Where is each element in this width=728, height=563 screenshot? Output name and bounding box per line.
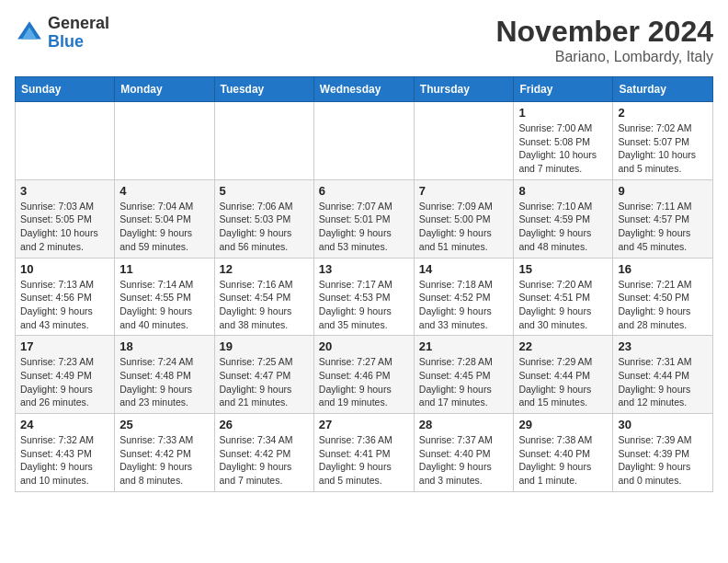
- day-number: 26: [220, 418, 309, 431]
- day-info: Sunrise: 7:32 AMSunset: 4:43 PMDaylight:…: [20, 433, 109, 488]
- day-number: 22: [518, 339, 608, 353]
- day-number: 24: [20, 418, 109, 431]
- day-number: 17: [20, 339, 109, 353]
- calendar-day-cell: [115, 102, 214, 180]
- day-info: Sunrise: 7:28 AMSunset: 4:45 PMDaylight:…: [419, 355, 509, 409]
- day-number: 16: [618, 262, 708, 276]
- calendar-day-cell: 6Sunrise: 7:07 AMSunset: 5:01 PMDaylight…: [313, 179, 414, 258]
- calendar-day-cell: 23Sunrise: 7:31 AMSunset: 4:44 PMDayligh…: [613, 336, 713, 414]
- calendar-day-cell: 30Sunrise: 7:39 AMSunset: 4:39 PMDayligh…: [613, 414, 713, 492]
- day-number: 5: [220, 184, 309, 198]
- logo-text: General Blue: [48, 15, 109, 52]
- day-number: 19: [220, 339, 309, 353]
- calendar-day-cell: 26Sunrise: 7:34 AMSunset: 4:42 PMDayligh…: [214, 414, 313, 492]
- calendar-week-row: 10Sunrise: 7:13 AMSunset: 4:56 PMDayligh…: [16, 258, 713, 336]
- day-number: 25: [119, 418, 209, 431]
- day-info: Sunrise: 7:33 AMSunset: 4:42 PMDaylight:…: [119, 433, 209, 488]
- day-number: 4: [119, 184, 209, 198]
- day-info: Sunrise: 7:10 AMSunset: 4:59 PMDaylight:…: [518, 200, 608, 254]
- day-number: 21: [419, 339, 509, 353]
- calendar-day-cell: 12Sunrise: 7:16 AMSunset: 4:54 PMDayligh…: [214, 258, 313, 336]
- day-number: 3: [20, 184, 109, 198]
- weekday-header: Friday: [514, 77, 613, 102]
- logo-blue: Blue: [48, 32, 84, 51]
- calendar-day-cell: 24Sunrise: 7:32 AMSunset: 4:43 PMDayligh…: [16, 414, 115, 492]
- calendar-day-cell: 22Sunrise: 7:29 AMSunset: 4:44 PMDayligh…: [514, 336, 613, 414]
- day-info: Sunrise: 7:11 AMSunset: 4:57 PMDaylight:…: [618, 200, 708, 254]
- calendar-day-cell: 7Sunrise: 7:09 AMSunset: 5:00 PMDaylight…: [414, 179, 514, 258]
- day-info: Sunrise: 7:16 AMSunset: 4:54 PMDaylight:…: [220, 278, 309, 332]
- calendar-day-cell: 19Sunrise: 7:25 AMSunset: 4:47 PMDayligh…: [214, 336, 313, 414]
- calendar-table: SundayMondayTuesdayWednesdayThursdayFrid…: [15, 76, 713, 492]
- day-number: 1: [518, 106, 608, 120]
- day-number: 18: [119, 339, 209, 353]
- calendar-day-cell: 10Sunrise: 7:13 AMSunset: 4:56 PMDayligh…: [16, 258, 115, 336]
- month-title: November 2024: [495, 15, 713, 49]
- day-info: Sunrise: 7:03 AMSunset: 5:05 PMDaylight:…: [20, 200, 109, 254]
- calendar-day-cell: 11Sunrise: 7:14 AMSunset: 4:55 PMDayligh…: [115, 258, 214, 336]
- day-number: 27: [319, 418, 409, 431]
- day-info: Sunrise: 7:02 AMSunset: 5:07 PMDaylight:…: [618, 121, 708, 176]
- calendar-day-cell: 20Sunrise: 7:27 AMSunset: 4:46 PMDayligh…: [313, 336, 414, 414]
- calendar-day-cell: [16, 102, 115, 180]
- calendar-day-cell: 8Sunrise: 7:10 AMSunset: 4:59 PMDaylight…: [514, 179, 613, 258]
- calendar-day-cell: 27Sunrise: 7:36 AMSunset: 4:41 PMDayligh…: [313, 414, 414, 492]
- day-info: Sunrise: 7:20 AMSunset: 4:51 PMDaylight:…: [518, 278, 608, 332]
- calendar-day-cell: [414, 102, 514, 180]
- calendar-day-cell: 28Sunrise: 7:37 AMSunset: 4:40 PMDayligh…: [414, 414, 514, 492]
- calendar-day-cell: [214, 102, 313, 180]
- day-number: 20: [319, 339, 409, 353]
- page-header: General Blue November 2024 Bariano, Lomb…: [15, 15, 713, 65]
- weekday-header: Wednesday: [313, 77, 414, 102]
- day-number: 10: [20, 262, 109, 276]
- weekday-header: Sunday: [16, 77, 115, 102]
- day-number: 28: [419, 418, 509, 431]
- day-info: Sunrise: 7:09 AMSunset: 5:00 PMDaylight:…: [419, 200, 509, 254]
- day-info: Sunrise: 7:27 AMSunset: 4:46 PMDaylight:…: [319, 355, 409, 409]
- calendar-day-cell: 1Sunrise: 7:00 AMSunset: 5:08 PMDaylight…: [514, 102, 613, 180]
- calendar-day-cell: 18Sunrise: 7:24 AMSunset: 4:48 PMDayligh…: [115, 336, 214, 414]
- calendar-day-cell: 4Sunrise: 7:04 AMSunset: 5:04 PMDaylight…: [115, 179, 214, 258]
- calendar-day-cell: 14Sunrise: 7:18 AMSunset: 4:52 PMDayligh…: [414, 258, 514, 336]
- day-number: 14: [419, 262, 509, 276]
- calendar-day-cell: 25Sunrise: 7:33 AMSunset: 4:42 PMDayligh…: [115, 414, 214, 492]
- day-info: Sunrise: 7:17 AMSunset: 4:53 PMDaylight:…: [319, 278, 409, 332]
- day-info: Sunrise: 7:13 AMSunset: 4:56 PMDaylight:…: [20, 278, 109, 332]
- day-number: 2: [618, 106, 708, 120]
- weekday-header-row: SundayMondayTuesdayWednesdayThursdayFrid…: [16, 77, 713, 102]
- day-number: 29: [518, 418, 608, 431]
- day-info: Sunrise: 7:07 AMSunset: 5:01 PMDaylight:…: [319, 200, 409, 254]
- calendar-day-cell: 2Sunrise: 7:02 AMSunset: 5:07 PMDaylight…: [613, 102, 713, 180]
- calendar-day-cell: 21Sunrise: 7:28 AMSunset: 4:45 PMDayligh…: [414, 336, 514, 414]
- calendar-week-row: 3Sunrise: 7:03 AMSunset: 5:05 PMDaylight…: [16, 179, 713, 258]
- calendar-day-cell: 3Sunrise: 7:03 AMSunset: 5:05 PMDaylight…: [16, 179, 115, 258]
- day-info: Sunrise: 7:31 AMSunset: 4:44 PMDaylight:…: [618, 355, 708, 409]
- weekday-header: Thursday: [414, 77, 514, 102]
- logo-icon: [15, 18, 44, 48]
- weekday-header: Monday: [115, 77, 214, 102]
- weekday-header: Saturday: [613, 77, 713, 102]
- calendar-day-cell: 17Sunrise: 7:23 AMSunset: 4:49 PMDayligh…: [16, 336, 115, 414]
- day-info: Sunrise: 7:04 AMSunset: 5:04 PMDaylight:…: [119, 200, 209, 254]
- title-block: November 2024 Bariano, Lombardy, Italy: [495, 15, 713, 65]
- calendar-week-row: 1Sunrise: 7:00 AMSunset: 5:08 PMDaylight…: [16, 102, 713, 180]
- day-number: 8: [518, 184, 608, 198]
- weekday-header: Tuesday: [214, 77, 313, 102]
- location: Bariano, Lombardy, Italy: [495, 49, 713, 65]
- day-info: Sunrise: 7:00 AMSunset: 5:08 PMDaylight:…: [518, 121, 608, 176]
- day-number: 13: [319, 262, 409, 276]
- day-info: Sunrise: 7:39 AMSunset: 4:39 PMDaylight:…: [618, 433, 708, 488]
- calendar-day-cell: 29Sunrise: 7:38 AMSunset: 4:40 PMDayligh…: [514, 414, 613, 492]
- calendar-day-cell: 16Sunrise: 7:21 AMSunset: 4:50 PMDayligh…: [613, 258, 713, 336]
- day-number: 7: [419, 184, 509, 198]
- calendar-day-cell: 5Sunrise: 7:06 AMSunset: 5:03 PMDaylight…: [214, 179, 313, 258]
- day-info: Sunrise: 7:25 AMSunset: 4:47 PMDaylight:…: [220, 355, 309, 409]
- day-info: Sunrise: 7:18 AMSunset: 4:52 PMDaylight:…: [419, 278, 509, 332]
- day-info: Sunrise: 7:37 AMSunset: 4:40 PMDaylight:…: [419, 433, 509, 488]
- day-info: Sunrise: 7:34 AMSunset: 4:42 PMDaylight:…: [220, 433, 309, 488]
- day-info: Sunrise: 7:38 AMSunset: 4:40 PMDaylight:…: [518, 433, 608, 488]
- calendar-week-row: 24Sunrise: 7:32 AMSunset: 4:43 PMDayligh…: [16, 414, 713, 492]
- day-number: 12: [220, 262, 309, 276]
- day-info: Sunrise: 7:23 AMSunset: 4:49 PMDaylight:…: [20, 355, 109, 409]
- day-info: Sunrise: 7:29 AMSunset: 4:44 PMDaylight:…: [518, 355, 608, 409]
